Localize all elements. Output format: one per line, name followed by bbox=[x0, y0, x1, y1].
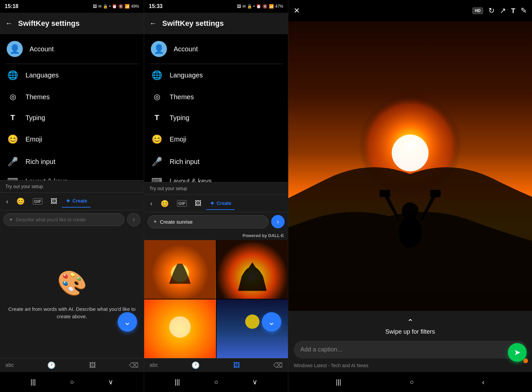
nav-back-left[interactable]: ∨ bbox=[108, 378, 113, 386]
svg-rect-13 bbox=[379, 190, 390, 197]
back-button-mid[interactable]: ← bbox=[150, 19, 157, 28]
status-time-left: 15:18 bbox=[5, 3, 18, 9]
svg-rect-14 bbox=[430, 190, 440, 197]
ai-placeholder-left: Describe what you'd like to create bbox=[16, 217, 86, 222]
sparkle-icon-mid: ✦ bbox=[210, 199, 215, 207]
toolbar-back-left[interactable]: ‹ bbox=[3, 195, 12, 207]
status-time-mid: 15:33 bbox=[149, 3, 163, 9]
toolbar-create-mid[interactable]: ✦ Create bbox=[206, 197, 235, 210]
account-item-left[interactable]: 👤 Account bbox=[0, 34, 144, 64]
caption-input[interactable]: Add a caption... bbox=[294, 341, 527, 358]
status-icons-mid: 🖼 ✉ 🔒 • ⏰ 🔇 📶 47% bbox=[237, 4, 283, 9]
ai-art-icon-left: 🎨 bbox=[55, 267, 89, 300]
back-button-left[interactable]: ← bbox=[5, 19, 13, 28]
settings-item-emoji-mid[interactable]: 😊 Emoji bbox=[144, 128, 288, 151]
themes-label-left: Themes bbox=[25, 93, 50, 101]
nav-back-mid[interactable]: ∨ bbox=[252, 378, 257, 386]
toolbar-gif-mid[interactable]: GIF bbox=[174, 198, 190, 209]
source-text: Windows Latest - Tech and AI News bbox=[294, 362, 527, 369]
keyboard-icon-mid: ⌨ bbox=[151, 177, 163, 182]
image-icon-kb-left[interactable]: 🖼 bbox=[89, 361, 96, 369]
grid-img-3[interactable] bbox=[144, 299, 216, 358]
settings-list-left: 🌐 Languages ◎ Themes T Typing 😊 Emoji 🎤 … bbox=[0, 64, 144, 180]
languages-label-left: Languages bbox=[25, 71, 59, 79]
clock-icon-mid[interactable]: 🕐 bbox=[191, 361, 200, 369]
text-icon-right[interactable]: T bbox=[511, 7, 515, 15]
notification-icon-mid: 🖼 bbox=[237, 4, 241, 9]
themes-label-mid: Themes bbox=[170, 93, 194, 101]
settings-item-typing-mid[interactable]: T Typing bbox=[144, 107, 288, 128]
nav-home-right[interactable]: ○ bbox=[410, 378, 414, 386]
fab-left[interactable]: ⌄ bbox=[118, 312, 137, 332]
app-bar-left: ← SwiftKey settings bbox=[0, 13, 144, 34]
backspace-icon-mid[interactable]: ⌫ bbox=[273, 361, 283, 369]
richinput-label-left: Rich input bbox=[25, 158, 55, 166]
mic-icon-left: 🎤 bbox=[7, 157, 19, 167]
ai-input-left[interactable]: ✦ Describe what you'd like to create bbox=[3, 213, 124, 226]
share-icon-right[interactable]: ↗ bbox=[500, 6, 506, 15]
settings-item-richinput-mid[interactable]: 🎤 Rich input bbox=[144, 151, 288, 173]
toolbar-gif-left[interactable]: GIF bbox=[29, 196, 46, 207]
lock-icon: 🔒 bbox=[103, 4, 108, 9]
edit-icon-right[interactable]: ✎ bbox=[521, 6, 527, 15]
emoji-icon-mid: 😊 bbox=[151, 134, 163, 145]
close-icon-right[interactable]: ✕ bbox=[294, 6, 300, 15]
grid-img-2[interactable] bbox=[217, 240, 288, 299]
settings-item-themes-mid[interactable]: ◎ Themes bbox=[144, 87, 288, 107]
themes-icon-mid: ◎ bbox=[151, 93, 163, 101]
app-title-mid: SwiftKey settings bbox=[162, 19, 224, 28]
hd-badge[interactable]: HD bbox=[472, 7, 483, 14]
settings-item-typing-left[interactable]: T Typing bbox=[0, 107, 144, 128]
chevron-down-icon-mid: ⌄ bbox=[268, 317, 275, 327]
account-avatar-left: 👤 bbox=[7, 41, 23, 57]
nav-home-mid[interactable]: ○ bbox=[214, 378, 218, 386]
image-icon-kb-mid[interactable]: 🖼 bbox=[233, 361, 240, 369]
ai-input-mid[interactable]: ✦ Create sunrise bbox=[147, 215, 269, 228]
send-button-right[interactable]: ➤ bbox=[508, 343, 527, 362]
rotate-icon-right[interactable]: ↻ bbox=[488, 6, 494, 15]
backspace-icon-left[interactable]: ⌫ bbox=[129, 361, 138, 369]
nav-back-right[interactable]: ‹ bbox=[482, 378, 484, 386]
fab-mid[interactable]: ⌄ bbox=[262, 312, 281, 332]
toolbar-sticker-mid[interactable]: 🖼 bbox=[191, 198, 205, 209]
toolbar-sticker-left[interactable]: 🖼 bbox=[47, 195, 61, 207]
chevron-up-icon: ⌃ bbox=[407, 318, 414, 327]
nav-lines-left[interactable]: ||| bbox=[31, 378, 36, 386]
nav-lines-mid[interactable]: ||| bbox=[175, 378, 180, 386]
settings-item-emoji-left[interactable]: 😊 Emoji bbox=[0, 128, 144, 151]
orange-notification-dot bbox=[523, 358, 528, 363]
settings-item-richinput-left[interactable]: 🎤 Rich input bbox=[0, 151, 144, 173]
gif-icon-mid: GIF bbox=[177, 200, 187, 207]
settings-item-themes-left[interactable]: ◎ Themes bbox=[0, 87, 144, 107]
ai-input-row-mid: ✦ Create sunrise › bbox=[144, 212, 288, 231]
nav-lines-right[interactable]: ||| bbox=[336, 378, 341, 386]
nav-home-left[interactable]: ○ bbox=[70, 378, 74, 386]
status-icons-left: 🖼 ✉ 🔒 • ⏰ 🔇 📶 49% bbox=[93, 4, 139, 9]
ai-send-btn-left[interactable]: › bbox=[127, 213, 140, 226]
account-label-left: Account bbox=[29, 45, 54, 53]
mute-icon-mid: 🔇 bbox=[262, 4, 268, 9]
grid-img-1[interactable] bbox=[144, 240, 216, 299]
toolbar-emoji-left[interactable]: 😊 bbox=[13, 195, 28, 207]
settings-item-languages-left[interactable]: 🌐 Languages bbox=[0, 64, 144, 87]
bottom-nav-right: ||| ○ ‹ bbox=[288, 372, 532, 392]
swipe-up-text: Swipe up for filters bbox=[385, 328, 435, 335]
emoji-icon-left: 😊 bbox=[7, 134, 19, 145]
emoji-label-left: Emoji bbox=[25, 135, 42, 143]
settings-item-layout-mid[interactable]: ⌨ Layout & keys bbox=[144, 173, 288, 182]
keyboard-toolbar-left: ‹ 😊 GIF 🖼 ✦ Create bbox=[0, 192, 144, 210]
settings-item-layout-left[interactable]: ⌨ Layout & keys bbox=[0, 173, 144, 180]
source-label: Windows Latest - Tech and AI News bbox=[294, 363, 368, 368]
toolbar-create-left[interactable]: ✦ Create bbox=[62, 195, 91, 208]
ai-send-btn-mid[interactable]: › bbox=[271, 215, 285, 228]
account-item-mid[interactable]: 👤 Account bbox=[144, 34, 288, 64]
toolbar-emoji-mid[interactable]: 😊 bbox=[157, 198, 172, 210]
typing-label-mid: Typing bbox=[170, 114, 189, 122]
avatar-icon-mid: 👤 bbox=[154, 44, 164, 54]
kb-text-mid: abc bbox=[150, 362, 158, 368]
toolbar-back-mid[interactable]: ‹ bbox=[147, 198, 156, 209]
settings-item-languages-mid[interactable]: 🌐 Languages bbox=[144, 64, 288, 87]
sparkle-icon-left: ✦ bbox=[65, 197, 71, 205]
clock-icon-left[interactable]: 🕐 bbox=[47, 361, 56, 369]
try-setup-text-left: Try out your setup bbox=[5, 184, 43, 189]
